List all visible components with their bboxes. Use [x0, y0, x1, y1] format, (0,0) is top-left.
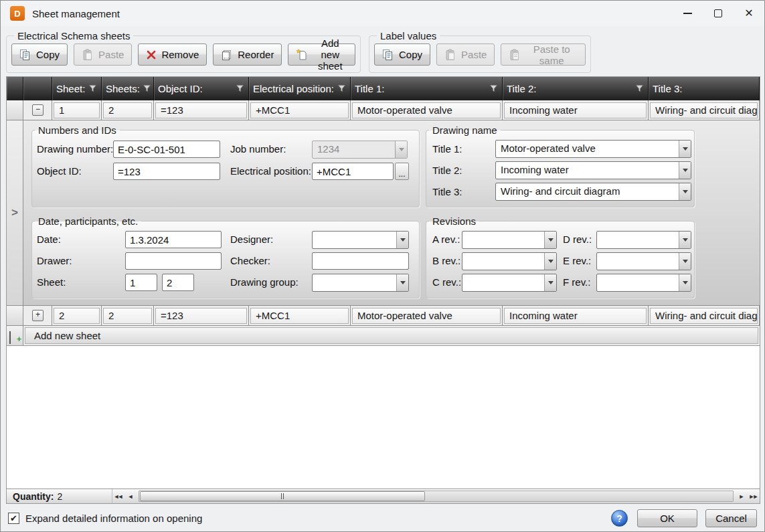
c-rev-combo[interactable] [462, 274, 557, 292]
scroll-first-button[interactable]: ◄◄ [112, 493, 124, 500]
header-electrical-position[interactable]: Electrical position: [249, 77, 351, 100]
cancel-button[interactable]: Cancel [705, 509, 757, 527]
scrollbar-thumb[interactable] [140, 491, 425, 501]
drawing-number-field[interactable] [113, 141, 220, 158]
cell-title1[interactable]: Motor-operated valve [352, 308, 501, 324]
expand-on-opening-checkbox[interactable]: ✔ [8, 513, 19, 524]
add-new-sheet-row-label[interactable]: Add new sheet [25, 327, 758, 344]
designer-combo[interactable] [312, 231, 409, 249]
paste-to-same-button[interactable]: Paste to same [501, 43, 586, 66]
header-object-id[interactable]: Object ID: [154, 77, 249, 100]
title2-combo[interactable]: Incoming water [495, 161, 691, 179]
sheet-count-field[interactable] [162, 274, 194, 291]
add-row-icon: + [9, 332, 20, 340]
row-selector[interactable] [7, 306, 23, 325]
maximize-button[interactable] [703, 1, 734, 26]
object-id-field[interactable] [113, 163, 220, 180]
horizontal-scrollbar[interactable] [139, 491, 734, 502]
scroll-left-button[interactable]: ◄ [124, 493, 137, 500]
revisions-label: Revisions [429, 215, 479, 227]
chevron-down-icon [679, 162, 691, 179]
title2-label: Title 2: [432, 165, 462, 176]
sheet-number-field[interactable] [125, 274, 157, 291]
cell-sheet[interactable]: 2 [54, 308, 100, 324]
job-number-combo[interactable]: 1234 [312, 141, 408, 159]
filter-funnel-icon[interactable] [86, 84, 97, 93]
scroll-right-button[interactable]: ► [736, 493, 748, 500]
label-values-group-label: Label values [377, 30, 440, 41]
minimize-button[interactable] [672, 1, 703, 26]
cell-title3[interactable]: Wiring- and circuit diagram [650, 308, 758, 324]
date-participants-label: Date, participants, etc. [35, 215, 141, 227]
title1-label: Title 1: [432, 143, 462, 155]
copy-icon [19, 49, 31, 61]
browse-button[interactable]: ... [395, 163, 409, 180]
title3-combo[interactable]: Wiring- and circuit diagram [495, 183, 691, 201]
f-rev-combo[interactable] [596, 274, 691, 292]
object-id-label: Object ID: [37, 165, 82, 177]
cell-title2[interactable]: Incoming water [504, 102, 647, 118]
filter-funnel-icon[interactable] [140, 84, 151, 93]
paste-sheet-button[interactable]: Paste [74, 43, 132, 66]
cell-sheets[interactable]: 2 [103, 102, 152, 118]
paste-to-same-label: Paste to same [525, 43, 578, 66]
cell-title3[interactable]: Wiring- and circuit diagram [650, 102, 758, 118]
copy-sheet-button[interactable]: Copy [11, 43, 68, 66]
minimize-icon [683, 13, 692, 14]
drawer-field[interactable] [125, 252, 222, 270]
chevron-down-icon [544, 253, 556, 270]
table-header-row: Sheet: Sheets: Object ID: Electrical pos… [7, 77, 760, 100]
chevron-down-icon [679, 141, 691, 157]
row-selector[interactable] [7, 100, 23, 120]
cell-electrical-position[interactable]: +MCC1 [250, 308, 349, 324]
cell-object-id[interactable]: =123 [155, 308, 247, 324]
ok-button[interactable]: OK [637, 509, 697, 527]
checker-field[interactable] [312, 252, 409, 270]
designer-label: Designer: [230, 234, 273, 245]
numbers-and-ids-label: Numbers and IDs [35, 124, 120, 136]
cell-sheets[interactable]: 2 [103, 308, 152, 324]
drawing-group-combo[interactable] [312, 274, 409, 292]
maximize-icon [714, 9, 722, 17]
electrical-position-field[interactable] [312, 163, 394, 180]
header-title1[interactable]: Title 1: [351, 77, 503, 100]
cell-title1[interactable]: Motor-operated valve [352, 102, 501, 118]
chevron-down-icon [544, 274, 556, 291]
close-button[interactable]: ✕ [734, 1, 764, 26]
d-rev-combo[interactable] [596, 231, 691, 249]
help-button[interactable]: ? [611, 510, 628, 527]
e-rev-combo[interactable] [596, 252, 691, 270]
cell-sheet[interactable]: 1 [54, 102, 100, 118]
filter-funnel-icon[interactable] [632, 84, 644, 93]
paste-labels-button[interactable]: Paste [436, 43, 495, 66]
a-rev-combo[interactable] [462, 231, 557, 249]
paste-to-same-icon [509, 49, 521, 61]
filter-funnel-icon[interactable] [335, 84, 346, 93]
cell-title2[interactable]: Incoming water [504, 308, 647, 324]
filter-funnel-icon[interactable] [233, 84, 244, 93]
collapse-row-button[interactable]: − [32, 104, 44, 116]
chevron-down-icon [679, 253, 691, 270]
expand-row-button[interactable]: + [32, 310, 44, 321]
table-footer: Quantity: 2 ◄◄ ◄ ► ►► [6, 489, 760, 504]
header-sheets[interactable]: Sheets: [102, 77, 154, 100]
header-title2[interactable]: Title 2: [503, 77, 649, 100]
date-field[interactable] [125, 231, 222, 248]
schema-sheets-group-label: Electrical Schema sheets [14, 30, 133, 41]
filter-funnel-icon[interactable] [487, 84, 498, 93]
header-title3[interactable]: Title 3: [649, 77, 760, 100]
paste-icon [444, 49, 456, 61]
cell-electrical-position[interactable]: +MCC1 [250, 102, 349, 118]
remove-sheet-button[interactable]: Remove [138, 43, 207, 66]
scroll-last-button[interactable]: ►► [748, 493, 760, 500]
copy-labels-button[interactable]: Copy [374, 43, 430, 66]
title1-combo[interactable]: Motor-operated valve [495, 140, 691, 158]
add-new-sheet-button[interactable]: Add new sheet [288, 43, 355, 66]
add-new-sheet-row[interactable]: + Add new sheet [7, 326, 760, 346]
reorder-button[interactable]: Reorder [213, 43, 282, 66]
chevron-down-icon [679, 274, 691, 291]
b-rev-combo[interactable] [462, 252, 557, 270]
current-row-indicator: > [7, 120, 23, 305]
cell-object-id[interactable]: =123 [155, 102, 247, 118]
header-sheet[interactable]: Sheet: [52, 77, 102, 100]
